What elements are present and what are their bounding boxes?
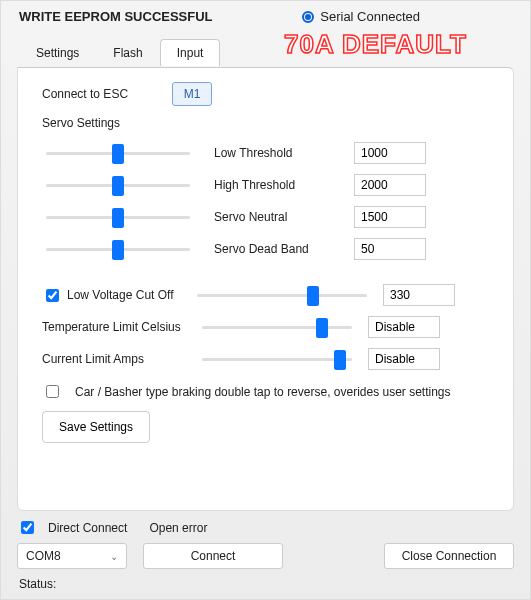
tab-flash[interactable]: Flash: [96, 39, 159, 66]
status-label: Status:: [17, 577, 514, 591]
serial-label: Serial Connected: [320, 9, 420, 24]
temp-limit-input[interactable]: [368, 316, 440, 338]
close-connection-button[interactable]: Close Connection: [384, 543, 514, 569]
low-threshold-label: Low Threshold: [214, 146, 354, 160]
current-limit-input[interactable]: [368, 348, 440, 370]
connect-to-esc-label: Connect to ESC: [42, 87, 172, 101]
save-settings-button[interactable]: Save Settings: [42, 411, 150, 443]
radio-on-icon: [302, 11, 314, 23]
low-voltage-label: Low Voltage Cut Off: [67, 288, 197, 302]
esc-m1-button[interactable]: M1: [172, 82, 212, 106]
high-threshold-label: High Threshold: [214, 178, 354, 192]
low-voltage-input[interactable]: [383, 284, 455, 306]
current-limit-slider[interactable]: [202, 352, 352, 366]
input-panel: Connect to ESC M1 Servo Settings Low Thr…: [17, 67, 514, 511]
tab-input[interactable]: Input: [160, 39, 221, 66]
write-status: WRITE EEPROM SUCCESSFUL: [19, 9, 213, 24]
tab-settings[interactable]: Settings: [19, 39, 96, 66]
com-port-value: COM8: [26, 549, 61, 563]
car-mode-label: Car / Basher type braking double tap to …: [75, 385, 451, 399]
bottom-bar: Direct Connect Open error COM8 ⌄ Connect…: [17, 518, 514, 591]
connect-button[interactable]: Connect: [143, 543, 283, 569]
servo-neutral-slider[interactable]: [46, 210, 190, 224]
temp-limit-slider[interactable]: [202, 320, 352, 334]
serial-status: Serial Connected: [302, 9, 420, 24]
car-mode-checkbox[interactable]: [46, 385, 59, 398]
tab-bar: Settings Flash Input: [1, 39, 530, 67]
low-threshold-input[interactable]: [354, 142, 426, 164]
low-voltage-checkbox[interactable]: [46, 289, 59, 302]
com-port-select[interactable]: COM8 ⌄: [17, 543, 127, 569]
high-threshold-input[interactable]: [354, 174, 426, 196]
direct-connect-checkbox[interactable]: [21, 521, 34, 534]
open-error-label: Open error: [149, 521, 207, 535]
servo-deadband-input[interactable]: [354, 238, 426, 260]
servo-neutral-input[interactable]: [354, 206, 426, 228]
temp-limit-label: Temperature Limit Celsius: [42, 320, 202, 334]
servo-neutral-label: Servo Neutral: [214, 210, 354, 224]
servo-deadband-label: Servo Dead Band: [214, 242, 354, 256]
servo-settings-title: Servo Settings: [42, 116, 489, 130]
low-threshold-slider[interactable]: [46, 146, 190, 160]
low-voltage-slider[interactable]: [197, 288, 367, 302]
current-limit-label: Current Limit Amps: [42, 352, 202, 366]
servo-deadband-slider[interactable]: [46, 242, 190, 256]
chevron-down-icon: ⌄: [110, 551, 118, 562]
high-threshold-slider[interactable]: [46, 178, 190, 192]
direct-connect-label: Direct Connect: [48, 521, 127, 535]
